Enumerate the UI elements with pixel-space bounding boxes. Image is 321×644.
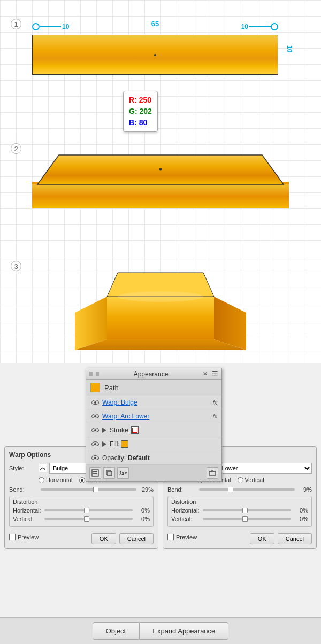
distortion-title-left: Distortion: [13, 499, 150, 505]
section3-content: [0, 262, 321, 357]
v-dist-label-right: Vertical:: [171, 516, 201, 522]
distortion-box-left: Distortion Horizontal: 0% Vertical: 0%: [9, 496, 154, 527]
shape3d-wrapper: [70, 262, 251, 357]
fx-badge-1: fx: [212, 399, 217, 406]
style-select-right[interactable]: Arc Lower: [208, 463, 312, 474]
fx-badge-2: fx: [212, 413, 217, 420]
v-dist-thumb-right[interactable]: [242, 516, 248, 522]
warp-style-label-left: Style:: [9, 465, 39, 471]
stroke-label: Stroke:: [110, 426, 130, 434]
canvas-area: 1 10 65 10: [0, 0, 321, 363]
object-button[interactable]: Object: [93, 622, 140, 640]
bend-thumb-right[interactable]: [228, 487, 233, 492]
color-g-value: G: 202: [129, 106, 152, 117]
section1-content: 10 65 10 10: [32, 19, 278, 75]
radio-horizontal-left[interactable]: Horizontal: [39, 477, 73, 483]
h-dist-row-right: Horizontal: 0%: [171, 507, 308, 514]
svg-rect-11: [93, 471, 97, 472]
appearance-panel: Appearance ✕ ☰ Path Warp: Bulge fx Warp:…: [86, 368, 222, 482]
svg-rect-1: [32, 184, 289, 208]
style-icon-left: [39, 464, 47, 472]
warp-bottom-row-right: Preview OK Cancel: [167, 530, 312, 544]
warp-bulge-link[interactable]: Warp: Bulge: [102, 399, 212, 406]
v-dist-value-right: 0%: [293, 516, 308, 522]
section1-rectangle: [32, 35, 278, 75]
preview-check-left[interactable]: Preview: [9, 534, 39, 540]
warp-arc-lower-link[interactable]: Warp: Arc Lower: [102, 413, 212, 420]
cancel-btn-right[interactable]: Cancel: [278, 533, 312, 544]
panel-fill-row[interactable]: Fill:: [86, 437, 221, 451]
rect-center-dot: [154, 54, 156, 56]
section-2-label: 2: [11, 143, 21, 154]
eye-icon-1[interactable]: [90, 399, 100, 406]
cancel-btn-left[interactable]: Cancel: [119, 533, 154, 544]
shape3d-svg: [70, 262, 251, 355]
expand-appearance-button[interactable]: Expand Appearance: [139, 622, 228, 640]
h-dist-thumb-left[interactable]: [84, 508, 89, 513]
v-dist-slider-left[interactable]: [44, 518, 133, 520]
warp-bottom-row-left: Preview OK Cancel: [9, 530, 154, 544]
trapezoid-svg: [32, 152, 289, 216]
section2-content: [0, 152, 321, 218]
svg-rect-15: [210, 471, 215, 476]
radio-circle-h-left[interactable]: [39, 477, 44, 483]
ok-btn-right[interactable]: OK: [250, 533, 274, 544]
panel-warp-bulge-row[interactable]: Warp: Bulge fx: [86, 395, 221, 409]
v-dist-thumb-left[interactable]: [84, 516, 89, 522]
fx-button[interactable]: fx▾: [117, 467, 129, 479]
footer-layer-btn[interactable]: [89, 467, 101, 479]
radio-circle-v-right[interactable]: [238, 477, 243, 483]
eye-icon-3[interactable]: [90, 427, 100, 433]
h-dist-slider-right[interactable]: [203, 509, 291, 511]
left-arrow-circle: [32, 23, 40, 30]
h-dist-thumb-right[interactable]: [242, 508, 248, 513]
panel-menu-btn[interactable]: ☰: [212, 370, 218, 378]
left-arrow-line: [40, 26, 61, 27]
bend-slider-left[interactable]: [41, 488, 136, 491]
footer-duplicate-btn[interactable]: [103, 467, 115, 479]
bend-slider-right[interactable]: [199, 488, 295, 491]
fill-swatch[interactable]: [121, 440, 128, 448]
footer-delete-btn[interactable]: [207, 467, 218, 479]
eye-icon-2[interactable]: [90, 413, 100, 420]
section-1-label: 1: [11, 19, 21, 29]
fill-label: Fill:: [110, 440, 120, 448]
dim-center-label: 65: [151, 20, 159, 28]
right-arrow-line: [249, 26, 271, 27]
stroke-triangle-btn[interactable]: [102, 428, 108, 433]
panel-stroke-row[interactable]: Stroke:: [86, 423, 221, 437]
distortion-title-right: Distortion: [171, 499, 308, 505]
v-dist-row-right: Vertical: 0%: [171, 516, 308, 522]
h-dist-slider-left[interactable]: [44, 509, 133, 511]
radio-vertical-right[interactable]: Vertical: [238, 477, 264, 483]
distortion-box-right: Distortion Horizontal: 0% Vertical: 0%: [167, 496, 312, 527]
svg-marker-6: [107, 297, 214, 339]
warp-btns-left: OK Cancel: [91, 533, 154, 544]
bend-row-right: Bend: 9%: [167, 486, 312, 493]
dim-side-label: 10: [286, 45, 293, 52]
ok-btn-left[interactable]: OK: [91, 533, 116, 544]
bottom-bar: Object Expand Appearance: [0, 617, 321, 644]
panel-close-btn[interactable]: ✕: [203, 370, 208, 377]
eye-icon-5: [90, 455, 100, 461]
preview-checkbox-right[interactable]: [167, 534, 174, 540]
preview-checkbox-left[interactable]: [9, 534, 16, 540]
opacity-label: Opacity:: [102, 454, 126, 462]
color-r-value: R: 250: [129, 95, 152, 106]
v-dist-value-left: 0%: [135, 516, 150, 522]
radio-circle-v-left[interactable]: [79, 477, 85, 483]
v-dist-label-left: Vertical:: [13, 516, 42, 522]
path-color-icon: [90, 383, 100, 392]
bend-row-left: Bend: 29%: [9, 486, 154, 493]
opacity-value: Default: [128, 454, 150, 462]
preview-check-right[interactable]: Preview: [167, 534, 197, 540]
fill-triangle-btn[interactable]: [102, 441, 108, 447]
v-dist-slider-right[interactable]: [203, 518, 291, 520]
bend-thumb-left[interactable]: [93, 487, 98, 492]
panel-warp-arc-lower-row[interactable]: Warp: Arc Lower fx: [86, 409, 221, 423]
v-dist-row-left: Vertical: 0%: [13, 516, 150, 522]
panel-footer: fx▾: [86, 465, 221, 481]
eye-icon-4[interactable]: [90, 441, 100, 447]
svg-point-3: [159, 168, 162, 171]
stroke-swatch[interactable]: [131, 426, 139, 434]
